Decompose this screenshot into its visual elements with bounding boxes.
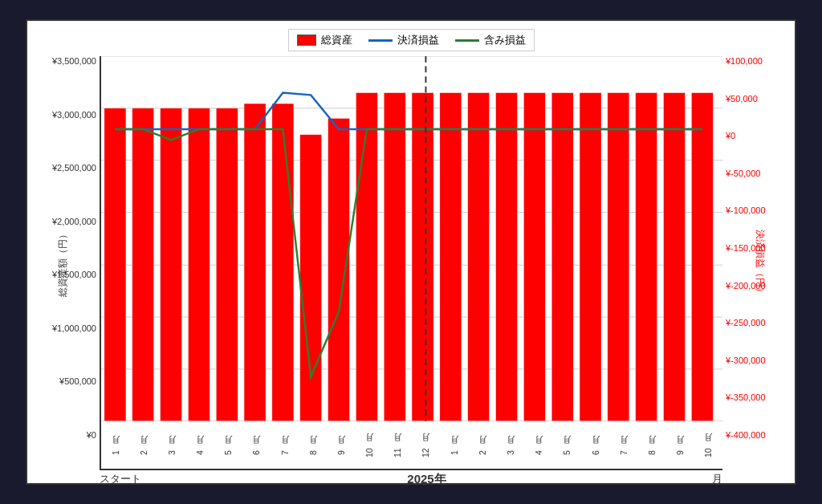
svg-rect-27	[636, 92, 657, 421]
svg-rect-8	[104, 108, 126, 421]
svg-rect-21	[468, 92, 490, 421]
y-tick-right-10: ¥-400,000	[726, 430, 766, 440]
y-tick-right-8: ¥-300,000	[726, 356, 766, 365]
y-tick-left-0: ¥3,500,000	[52, 56, 96, 66]
y-tick-left-2: ¥2,500,000	[52, 163, 96, 173]
svg-rect-17	[356, 92, 377, 421]
svg-rect-9	[132, 108, 154, 421]
x-tick-15: 4月	[533, 441, 544, 464]
legend-item-unrealized-pnl: 含み損益	[455, 33, 526, 47]
y-tick-left-6: ¥500,000	[59, 376, 96, 386]
y-tick-left-5: ¥1,000,000	[52, 323, 96, 333]
x-tick-21: 10月	[702, 441, 714, 464]
y-tick-left-1: ¥3,000,000	[52, 110, 96, 120]
x-tick-9: 10月	[364, 441, 375, 464]
y-tick-left-3: ¥2,000,000	[52, 217, 96, 226]
y-axis-right: 決済損益（円） ¥100,000 ¥50,000 ¥0 ¥-50,000 ¥-1…	[722, 56, 787, 470]
y-axis-left: 総資産額（円） ¥3,500,000 ¥3,000,000 ¥2,500,000…	[35, 56, 100, 470]
x-tick-8: 9月	[336, 441, 347, 464]
legend-label-total-assets: 総資産	[321, 33, 352, 47]
svg-rect-22	[495, 92, 517, 421]
y-tick-right-1: ¥50,000	[726, 94, 758, 104]
x-axis: 1月 2月 3月 4月 5月 6月 7月 8月 9月 10月 11月 12月 1…	[101, 438, 722, 469]
x-tick-10: 11月	[392, 441, 403, 464]
x-tick-18: 7月	[618, 441, 629, 464]
chart-legend: 総資産 決済損益 含み損益	[288, 29, 535, 51]
svg-rect-10	[161, 108, 182, 421]
legend-icon-blue-line	[368, 39, 393, 42]
x-tick-16: 5月	[561, 441, 572, 464]
svg-rect-11	[188, 108, 210, 421]
svg-rect-24	[551, 92, 573, 421]
y-tick-right-4: ¥-100,000	[726, 205, 766, 215]
legend-item-total-assets: 総資産	[297, 33, 352, 47]
x-tick-3: 4月	[194, 441, 206, 464]
svg-rect-18	[384, 92, 405, 421]
x-tick-6: 7月	[279, 441, 291, 464]
svg-rect-12	[216, 108, 238, 421]
y-tick-right-3: ¥-50,000	[726, 169, 760, 178]
x-tick-11: 12月	[420, 441, 431, 464]
y-tick-right-9: ¥-350,000	[726, 392, 766, 402]
legend-item-settled-pnl: 決済損益	[368, 33, 439, 47]
y-tick-left-7: ¥0	[87, 430, 96, 440]
x-tick-5: 6月	[250, 441, 262, 464]
month-label: 月	[712, 472, 722, 487]
svg-rect-19	[412, 92, 433, 421]
x-tick-7: 8月	[307, 441, 319, 464]
svg-rect-23	[523, 92, 545, 421]
legend-label-unrealized-pnl: 含み損益	[484, 33, 526, 47]
svg-rect-14	[272, 104, 294, 421]
x-tick-12: 1月	[449, 441, 460, 464]
y-axis-left-label: 総資産額（円）	[56, 230, 70, 297]
legend-icon-green-line	[455, 39, 479, 42]
legend-icon-red-bar	[297, 35, 316, 46]
bottom-labels: スタート 2025年 月	[35, 470, 787, 489]
start-label: スタート	[100, 472, 141, 487]
chart-svg	[101, 56, 722, 421]
x-tick-19: 8月	[646, 441, 657, 464]
svg-rect-25	[580, 92, 601, 421]
x-tick-4: 5月	[222, 441, 234, 464]
x-tick-2: 3月	[166, 441, 177, 464]
x-tick-14: 3月	[505, 441, 516, 464]
x-tick-17: 6月	[590, 441, 601, 464]
legend-label-settled-pnl: 決済損益	[397, 33, 439, 47]
svg-rect-29	[691, 92, 713, 421]
year-label: 2025年	[407, 472, 446, 487]
x-tick-0: 1月	[110, 441, 121, 464]
svg-rect-20	[440, 92, 462, 421]
y-tick-right-7: ¥-250,000	[726, 318, 766, 327]
svg-rect-26	[608, 92, 629, 421]
svg-rect-13	[244, 104, 266, 421]
chart-container: 総資産 決済損益 含み損益 総資産額（円） ¥3,500,000 ¥3,000,…	[26, 19, 796, 485]
svg-rect-28	[663, 92, 685, 421]
x-tick-1: 2月	[138, 441, 149, 464]
y-tick-right-2: ¥0	[726, 131, 735, 140]
y-axis-right-label: 決済損益（円）	[753, 230, 767, 297]
svg-rect-16	[328, 118, 350, 421]
chart-area: 総資産額（円） ¥3,500,000 ¥3,000,000 ¥2,500,000…	[35, 56, 787, 470]
plot-area: 1月 2月 3月 4月 5月 6月 7月 8月 9月 10月 11月 12月 1…	[100, 56, 722, 470]
y-tick-right-0: ¥100,000	[726, 56, 763, 66]
x-tick-20: 9月	[674, 441, 686, 464]
x-tick-13: 2月	[477, 441, 488, 464]
